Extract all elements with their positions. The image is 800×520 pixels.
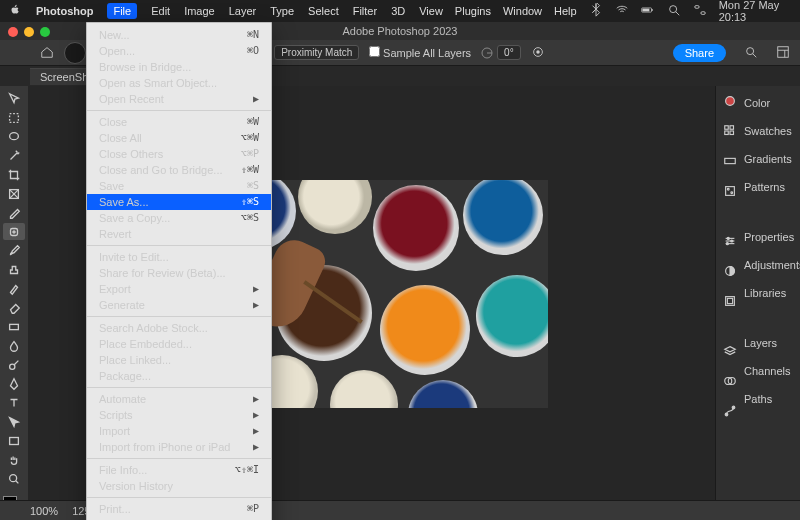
- file-menu-item[interactable]: Open Recent▶: [87, 91, 271, 107]
- app-name[interactable]: Photoshop: [36, 5, 93, 17]
- file-menu-item[interactable]: Close⌘W: [87, 114, 271, 130]
- menu-3d[interactable]: 3D: [391, 5, 405, 17]
- search-ps-icon[interactable]: [744, 45, 758, 61]
- brush-tool[interactable]: [3, 242, 25, 259]
- stamp-tool[interactable]: [3, 261, 25, 278]
- workspace-switcher-icon[interactable]: [776, 45, 790, 61]
- menu-window[interactable]: Window: [503, 5, 542, 17]
- swatches-panel-icon[interactable]: [723, 124, 737, 140]
- file-menu-item[interactable]: Version History: [87, 478, 271, 494]
- file-menu-item[interactable]: Generate▶: [87, 297, 271, 313]
- move-tool[interactable]: [3, 90, 25, 107]
- channels-panel-icon[interactable]: [723, 374, 737, 390]
- adjustments-panel-label[interactable]: Adjustments: [744, 256, 800, 274]
- properties-panel-label[interactable]: Properties: [744, 228, 800, 246]
- file-menu-item[interactable]: Export▶: [87, 281, 271, 297]
- type-tool[interactable]: [3, 394, 25, 411]
- pen-tool[interactable]: [3, 375, 25, 392]
- patterns-panel-label[interactable]: Patterns: [744, 178, 800, 196]
- libraries-panel-label[interactable]: Libraries: [744, 284, 800, 302]
- file-menu-item[interactable]: Close and Go to Bridge...⇧⌘W: [87, 162, 271, 178]
- share-button[interactable]: Share: [673, 44, 726, 62]
- libraries-panel-icon[interactable]: [723, 294, 737, 310]
- battery-icon[interactable]: [641, 3, 655, 19]
- file-menu-item[interactable]: Place Linked...: [87, 352, 271, 368]
- path-tool[interactable]: [3, 413, 25, 430]
- gradient-tool[interactable]: [3, 318, 25, 335]
- color-panel-label[interactable]: Color: [744, 94, 800, 112]
- file-menu-item[interactable]: Share for Review (Beta)...: [87, 265, 271, 281]
- file-menu-item[interactable]: Save a Copy...⌥⌘S: [87, 210, 271, 226]
- pressure-icon[interactable]: [531, 45, 545, 61]
- minimize-window-button[interactable]: [24, 27, 34, 37]
- rectangle-tool[interactable]: [3, 432, 25, 449]
- lasso-tool[interactable]: [3, 128, 25, 145]
- zoom-window-button[interactable]: [40, 27, 50, 37]
- properties-panel-icon[interactable]: [723, 234, 737, 250]
- dodge-tool[interactable]: [3, 356, 25, 373]
- menu-filter[interactable]: Filter: [353, 5, 377, 17]
- layers-panel-label[interactable]: Layers: [744, 334, 800, 352]
- file-menu-item[interactable]: Place Embedded...: [87, 336, 271, 352]
- patterns-panel-icon[interactable]: [723, 184, 737, 200]
- frame-tool[interactable]: [3, 185, 25, 202]
- blur-tool[interactable]: [3, 337, 25, 354]
- angle-control[interactable]: 0°: [481, 45, 521, 60]
- crop-tool[interactable]: [3, 166, 25, 183]
- history-brush-tool[interactable]: [3, 280, 25, 297]
- eraser-tool[interactable]: [3, 299, 25, 316]
- home-icon[interactable]: [40, 45, 54, 61]
- bluetooth-icon[interactable]: [589, 3, 603, 19]
- wand-tool[interactable]: [3, 147, 25, 164]
- adjustments-panel-icon[interactable]: [723, 264, 737, 280]
- gradients-panel-icon[interactable]: [723, 154, 737, 170]
- file-menu-item[interactable]: New...⌘N: [87, 27, 271, 43]
- menu-layer[interactable]: Layer: [229, 5, 257, 17]
- paths-panel-label[interactable]: Paths: [744, 390, 800, 408]
- apple-icon[interactable]: [8, 3, 22, 19]
- file-menu-item[interactable]: Browse in Bridge...: [87, 59, 271, 75]
- control-center-icon[interactable]: [693, 3, 707, 19]
- wifi-icon[interactable]: [615, 3, 629, 19]
- file-menu-item[interactable]: Automate▶: [87, 391, 271, 407]
- marquee-tool[interactable]: [3, 109, 25, 126]
- file-menu-item[interactable]: File Info...⌥⇧⌘I: [87, 462, 271, 478]
- menu-edit[interactable]: Edit: [151, 5, 170, 17]
- paths-panel-icon[interactable]: [723, 404, 737, 420]
- file-menu-item[interactable]: Scripts▶: [87, 407, 271, 423]
- sample-all-layers-checkbox[interactable]: Sample All Layers: [369, 46, 471, 59]
- menu-plugins[interactable]: Plugins: [455, 5, 491, 17]
- color-panel-icon[interactable]: [723, 94, 737, 110]
- menu-view[interactable]: View: [419, 5, 443, 17]
- gradients-panel-label[interactable]: Gradients: [744, 150, 800, 168]
- menu-file[interactable]: File: [107, 3, 137, 19]
- hand-tool[interactable]: [3, 451, 25, 468]
- file-menu-item[interactable]: Import from iPhone or iPad▶: [87, 439, 271, 455]
- close-window-button[interactable]: [8, 27, 18, 37]
- menu-type[interactable]: Type: [270, 5, 294, 17]
- file-menu-item[interactable]: Open...⌘O: [87, 43, 271, 59]
- menu-image[interactable]: Image: [184, 5, 215, 17]
- healing-brush-tool[interactable]: [3, 223, 25, 240]
- file-menu-item[interactable]: Print...⌘P: [87, 501, 271, 517]
- menu-select[interactable]: Select: [308, 5, 339, 17]
- eyedropper-tool[interactable]: [3, 204, 25, 221]
- brush-preview[interactable]: [64, 42, 86, 64]
- file-menu-item[interactable]: Import▶: [87, 423, 271, 439]
- file-menu-item[interactable]: Save As...⇧⌘S: [87, 194, 271, 210]
- channels-panel-label[interactable]: Channels: [744, 362, 800, 380]
- search-icon[interactable]: [667, 3, 681, 19]
- zoom-tool[interactable]: [3, 470, 25, 487]
- menu-item-shortcut: ▶: [253, 299, 259, 311]
- file-menu-item[interactable]: Invite to Edit...: [87, 249, 271, 265]
- menu-help[interactable]: Help: [554, 5, 577, 17]
- type-select[interactable]: Proximity Match: [274, 45, 359, 60]
- swatches-panel-label[interactable]: Swatches: [744, 122, 800, 140]
- file-menu-item[interactable]: Open as Smart Object...: [87, 75, 271, 91]
- layers-panel-icon[interactable]: [723, 344, 737, 360]
- file-menu-item[interactable]: Search Adobe Stock...: [87, 320, 271, 336]
- menubar-clock[interactable]: Mon 27 May 20:13: [719, 0, 792, 23]
- svg-point-42: [726, 243, 728, 245]
- file-menu-item[interactable]: Close All⌥⌘W: [87, 130, 271, 146]
- zoom-level[interactable]: 100%: [30, 505, 58, 517]
